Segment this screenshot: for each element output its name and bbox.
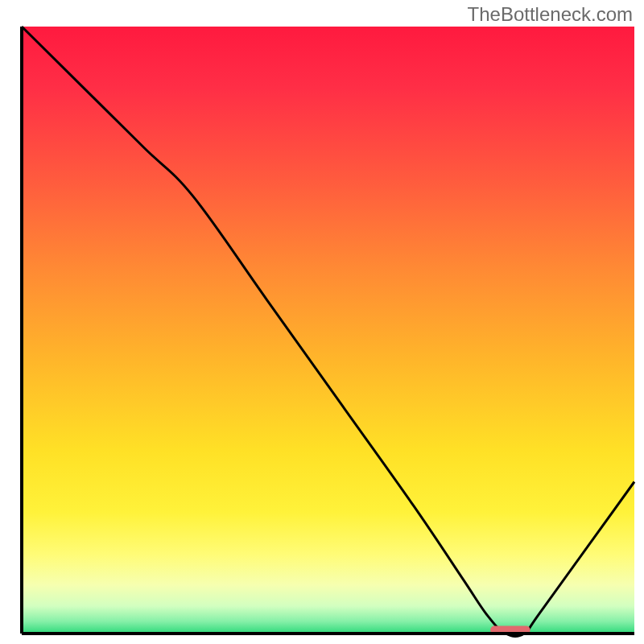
chart-container: TheBottleneck.com: [0, 0, 644, 644]
bottleneck-chart: [0, 0, 644, 644]
